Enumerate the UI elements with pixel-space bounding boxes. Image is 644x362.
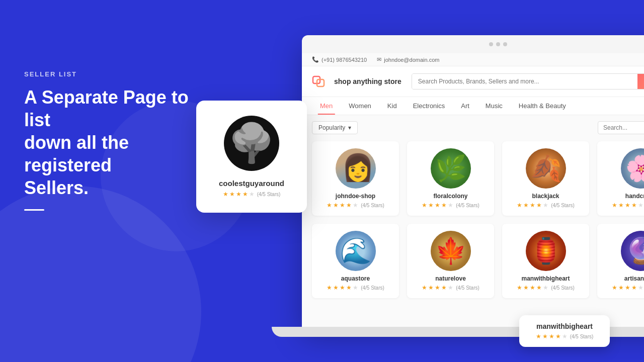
floating-rating-text: (4/5 Stars)	[257, 192, 281, 197]
popup-seller-rating: ★ ★ ★ ★ ★ (4/5 Stars)	[528, 333, 601, 340]
email-address: johndoe@domain.com	[384, 57, 439, 63]
logo-area: shop anything store	[312, 72, 401, 90]
star-4: ★	[243, 191, 248, 198]
star-5: ★	[353, 202, 358, 209]
seller-avatar	[431, 231, 471, 271]
nav-music[interactable]: Music	[477, 97, 511, 115]
seller-avatar	[526, 148, 566, 189]
phone-number: (+91) 9876543210	[321, 57, 367, 63]
title-divider	[24, 209, 44, 211]
screen-dots	[489, 42, 507, 46]
star-3: ★	[530, 284, 535, 291]
seller-rating: ★ ★ ★ ★ ★ (4/5 Stars)	[319, 202, 392, 209]
app-ui: 📞 (+91) 9876543210 ✉ johndoe@domain.com …	[302, 53, 644, 327]
nav-health-beauty[interactable]: Health & Beauty	[511, 97, 574, 115]
seller-name: handcrafts	[604, 193, 644, 200]
star-3: ★	[340, 202, 345, 209]
star-1: ★	[327, 284, 332, 291]
star-5: ★	[249, 191, 255, 198]
star-3: ★	[435, 284, 440, 291]
email-icon: ✉	[377, 56, 381, 63]
star-1: ★	[612, 284, 617, 291]
seller-card[interactable]: floralcolony ★ ★ ★ ★ ★ (4/5 Stars)	[407, 141, 494, 216]
nav-electronics[interactable]: Electronics	[405, 97, 453, 115]
star-2: ★	[333, 284, 339, 291]
seller-name: naturelove	[414, 275, 487, 282]
sort-label: Popularity	[318, 124, 345, 131]
star-1: ★	[536, 333, 541, 340]
rating-text: (4/5 Stars)	[361, 203, 384, 208]
floating-avatar: 🌳	[224, 116, 279, 171]
email-info: ✉ johndoe@domain.com	[377, 56, 439, 63]
nav-art[interactable]: Art	[453, 97, 477, 115]
star-4: ★	[346, 202, 352, 209]
main-nav: Men Women Kid Electronics Art Music Heal…	[302, 97, 644, 115]
star-3: ★	[435, 202, 440, 209]
star-4: ★	[631, 202, 637, 209]
floating-seller-card-2[interactable]: manwithbigheart ★ ★ ★ ★ ★ (4/5 Stars)	[519, 315, 610, 347]
site-header: shop anything store 🔍 Search	[302, 66, 644, 97]
nav-kid[interactable]: Kid	[379, 97, 405, 115]
phone-icon: 📞	[312, 56, 319, 63]
star-2: ★	[618, 202, 624, 209]
star-3: ★	[340, 284, 345, 291]
seller-avatar	[336, 231, 376, 271]
star-2: ★	[523, 284, 529, 291]
seller-rating: ★ ★ ★ ★ ★ (4/5 Stars)	[604, 202, 644, 209]
sellers-grid: johndoe-shop ★ ★ ★ ★ ★ (4/5 Stars)	[312, 141, 644, 298]
popup-rating-text: (4/5 Stars)	[570, 334, 594, 339]
rating-text: (4/5 Stars)	[456, 285, 479, 291]
star-5: ★	[353, 284, 358, 291]
seller-card[interactable]: naturelove ★ ★ ★ ★ ★ (4/5 Stars)	[407, 224, 494, 298]
seller-avatar	[621, 231, 645, 271]
star-2: ★	[428, 202, 434, 209]
search-bar[interactable]: 🔍 Search	[412, 73, 644, 89]
screen-dot	[496, 42, 500, 46]
seller-card[interactable]: handcrafts ★ ★ ★ ★ ★ (4/5 Stars)	[597, 141, 644, 216]
floating-seller-card[interactable]: 🌳 coolestguyaround ★ ★ ★ ★ ★ (4/5 Stars)	[196, 101, 307, 213]
floating-seller-rating: ★ ★ ★ ★ ★ (4/5 Stars)	[208, 191, 295, 198]
star-3: ★	[625, 202, 630, 209]
star-5: ★	[638, 284, 643, 291]
star-4: ★	[631, 284, 637, 291]
seller-card[interactable]: blackjack ★ ★ ★ ★ ★ (4/5 Stars)	[502, 141, 589, 216]
sort-dropdown[interactable]: Popularity ▾	[312, 121, 358, 134]
chevron-down-icon: ▾	[348, 124, 351, 131]
content-toolbar: Popularity ▾	[312, 121, 644, 134]
seller-rating: ★ ★ ★ ★ ★ (4/5 Stars)	[414, 284, 487, 291]
seller-card[interactable]: manwithbigheart ★ ★ ★ ★ ★ (4/5 Stars)	[502, 224, 589, 298]
search-sellers-input[interactable]	[598, 121, 644, 134]
seller-avatar	[431, 148, 471, 189]
section-heading: A Separate Page to list down all the reg…	[24, 86, 205, 199]
laptop-screen: 📞 (+91) 9876543210 ✉ johndoe@domain.com …	[302, 35, 644, 327]
seller-card[interactable]: aquastore ★ ★ ★ ★ ★ (4/5 Stars)	[312, 224, 399, 298]
star-5: ★	[448, 284, 453, 291]
top-bar: 📞 (+91) 9876543210 ✉ johndoe@domain.com	[302, 53, 644, 66]
seller-avatar	[526, 231, 566, 271]
star-5: ★	[638, 202, 643, 209]
star-4: ★	[441, 284, 447, 291]
search-input[interactable]	[412, 74, 637, 89]
star-1: ★	[612, 202, 617, 209]
star-4: ★	[536, 202, 542, 209]
star-5: ★	[448, 202, 453, 209]
star-3: ★	[549, 333, 554, 340]
laptop-mockup: 📞 (+91) 9876543210 ✉ johndoe@domain.com …	[262, 15, 644, 357]
seller-rating: ★ ★ ★ ★ ★ (4/5 Stars)	[414, 202, 487, 209]
seller-name: artisancraft	[604, 275, 644, 282]
star-2: ★	[618, 284, 624, 291]
star-2: ★	[523, 202, 529, 209]
nav-women[interactable]: Women	[341, 97, 379, 115]
star-4: ★	[441, 202, 447, 209]
star-5: ★	[543, 284, 548, 291]
star-3: ★	[236, 191, 242, 198]
seller-card[interactable]: artisancraft ★ ★ ★ ★ ★ (4/5 Stars)	[597, 224, 644, 298]
nav-men[interactable]: Men	[312, 97, 341, 115]
seller-card[interactable]: johndoe-shop ★ ★ ★ ★ ★ (4/5 Stars)	[312, 141, 399, 216]
logo-text: shop anything store	[334, 77, 401, 85]
search-button[interactable]: 🔍 Search	[637, 74, 644, 89]
star-1: ★	[517, 202, 522, 209]
popup-seller-name: manwithbigheart	[528, 322, 601, 330]
section-label: SELLER LIST	[24, 70, 205, 78]
rating-text: (4/5 Stars)	[551, 203, 575, 208]
